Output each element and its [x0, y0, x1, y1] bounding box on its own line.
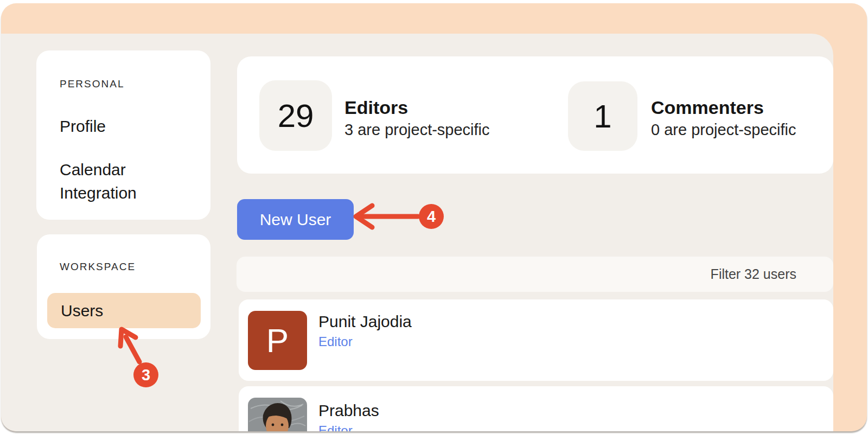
user-row-prabhas[interactable]: Prabhas Editor [239, 386, 833, 431]
sidebar-item-calendar-integration[interactable]: Calendar Integration [60, 158, 182, 205]
commenters-stat-text: Commenters 0 are project-specific [651, 97, 796, 139]
user-stats-card: 29 Editors 3 are project-specific 1 Comm… [237, 56, 833, 174]
sidebar-item-users-label: Users [61, 302, 103, 320]
editors-count: 29 [278, 97, 314, 135]
app-window: PERSONAL Profile Calendar Integration WO… [1, 3, 867, 431]
editors-stat-text: Editors 3 are project-specific [344, 97, 490, 139]
editors-subtitle: 3 are project-specific [344, 120, 490, 139]
editors-title: Editors [344, 97, 490, 118]
avatar-initial-punit: P [248, 311, 307, 370]
filter-users-label: Filter 32 users [711, 266, 796, 282]
sidebar-item-profile[interactable]: Profile [60, 117, 106, 136]
user-role-link[interactable]: Editor [318, 423, 353, 431]
user-photo [248, 398, 307, 431]
commenters-count-tile: 1 [568, 81, 637, 151]
screenshot-stage: PERSONAL Profile Calendar Integration WO… [0, 0, 868, 434]
commenters-count: 1 [593, 98, 611, 135]
sidebar-item-users-active[interactable]: Users [47, 293, 201, 328]
user-role-link[interactable]: Editor [318, 334, 353, 349]
user-name: Prabhas [318, 401, 379, 420]
editors-count-tile: 29 [259, 80, 332, 151]
user-row-punit[interactable]: P Punit Jajodia Editor [239, 299, 833, 381]
avatar-initial-letter: P [266, 321, 289, 360]
avatar-photo-prabhas [248, 398, 307, 431]
filter-users-bar[interactable]: Filter 32 users [237, 257, 833, 292]
personal-section-label: PERSONAL [60, 78, 124, 90]
new-user-button-label: New User [260, 210, 331, 229]
new-user-button[interactable]: New User [237, 199, 354, 240]
commenters-title: Commenters [651, 97, 796, 118]
commenters-subtitle: 0 are project-specific [651, 120, 796, 139]
workspace-section-label: WORKSPACE [60, 261, 136, 273]
user-name: Punit Jajodia [318, 312, 412, 331]
